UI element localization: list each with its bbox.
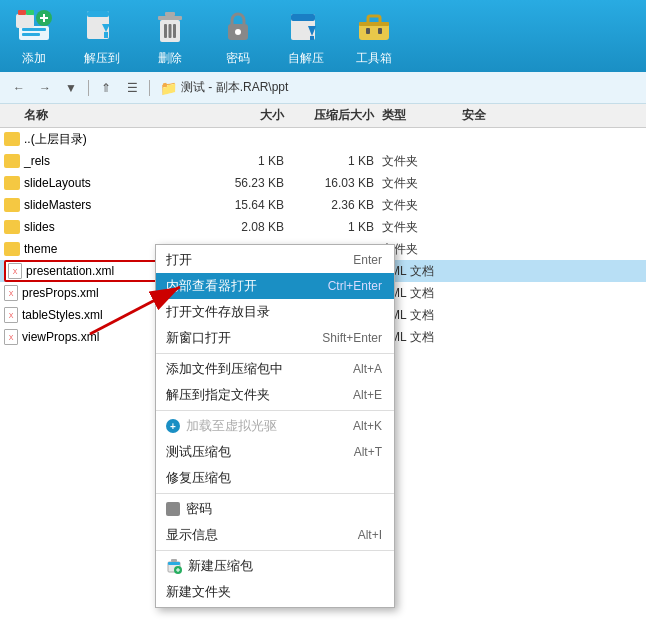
folder-icon bbox=[4, 176, 20, 190]
share-button[interactable]: ⇑ bbox=[95, 77, 117, 99]
svg-rect-15 bbox=[165, 12, 175, 16]
svg-rect-31 bbox=[168, 562, 180, 565]
ctx-extract-shortcut: Alt+E bbox=[353, 388, 382, 402]
svg-rect-14 bbox=[158, 16, 182, 20]
delete-label: 删除 bbox=[158, 50, 182, 67]
extract-icon bbox=[82, 6, 122, 46]
ctx-repair-label: 修复压缩包 bbox=[166, 469, 231, 487]
list-button[interactable]: ☰ bbox=[121, 77, 143, 99]
toolbox-icon bbox=[354, 6, 394, 46]
forward-button[interactable]: → bbox=[34, 77, 56, 99]
file-name: slides bbox=[24, 220, 55, 234]
password-icon bbox=[218, 6, 258, 46]
ctx-internal-viewer-label: 内部查看器打开 bbox=[166, 277, 257, 295]
ctx-new-window[interactable]: 新窗口打开 Shift+Enter bbox=[156, 325, 394, 351]
file-name: slideMasters bbox=[24, 198, 91, 212]
back-button[interactable]: ← bbox=[8, 77, 30, 99]
svg-rect-35 bbox=[178, 568, 179, 572]
file-list: 名称 大小 压缩后大小 类型 安全 ..(上层目录) _rels 1 KB 1 … bbox=[0, 104, 646, 624]
nav-separator bbox=[88, 80, 89, 96]
xml-icon: X bbox=[8, 263, 22, 279]
blue-dot-icon bbox=[166, 419, 180, 433]
xml-icon: X bbox=[4, 329, 18, 345]
ctx-add-to-archive[interactable]: 添加文件到压缩包中 Alt+A bbox=[156, 356, 394, 382]
file-csize: 16.03 KB bbox=[284, 176, 374, 190]
file-name: theme bbox=[24, 242, 57, 256]
ctx-new-archive[interactable]: 新建压缩包 bbox=[156, 553, 394, 579]
add-label: 添加 bbox=[22, 50, 46, 67]
ctx-test-shortcut: Alt+T bbox=[354, 445, 382, 459]
svg-rect-29 bbox=[378, 28, 382, 34]
ctx-new-folder[interactable]: 新建文件夹 bbox=[156, 579, 394, 605]
ctx-sep4 bbox=[156, 550, 394, 551]
ctx-open-dir-label: 打开文件存放目录 bbox=[166, 303, 270, 321]
col-csize-header[interactable]: 压缩后大小 bbox=[284, 107, 374, 124]
svg-point-20 bbox=[235, 29, 241, 35]
toolbar-add-button[interactable]: 添加 bbox=[10, 6, 58, 67]
col-security-header[interactable]: 安全 bbox=[454, 107, 642, 124]
nav-separator2 bbox=[149, 80, 150, 96]
context-menu: 打开 Enter 内部查看器打开 Ctrl+Enter 打开文件存放目录 新窗口… bbox=[155, 244, 395, 608]
svg-rect-28 bbox=[366, 28, 370, 34]
ctx-new-archive-label: 新建压缩包 bbox=[188, 557, 253, 575]
col-size-header[interactable]: 大小 bbox=[204, 107, 284, 124]
svg-rect-18 bbox=[173, 24, 176, 38]
table-row[interactable]: ..(上层目录) bbox=[0, 128, 646, 150]
ctx-mount-shortcut: Alt+K bbox=[353, 419, 382, 433]
svg-rect-22 bbox=[291, 14, 315, 21]
ctx-mount-label: 加载至虚拟光驱 bbox=[186, 417, 277, 435]
file-name: viewProps.xml bbox=[22, 330, 99, 344]
svg-rect-1 bbox=[22, 28, 46, 31]
ctx-password[interactable]: 密码 bbox=[156, 496, 394, 522]
delete-icon bbox=[150, 6, 190, 46]
svg-rect-5 bbox=[26, 10, 34, 15]
folder-icon bbox=[4, 220, 20, 234]
table-row[interactable]: slideLayouts 56.23 KB 16.03 KB 文件夹 bbox=[0, 172, 646, 194]
table-row[interactable]: slideMasters 15.64 KB 2.36 KB 文件夹 bbox=[0, 194, 646, 216]
selfextract-label: 自解压 bbox=[288, 50, 324, 67]
add-icon bbox=[14, 6, 54, 46]
ctx-test-label: 测试压缩包 bbox=[166, 443, 231, 461]
file-size: 15.64 KB bbox=[204, 198, 284, 212]
toolbar-extract-button[interactable]: 解压到 bbox=[78, 6, 126, 67]
toolbar-password-button[interactable]: 密码 bbox=[214, 6, 262, 67]
file-size: 1 KB bbox=[204, 154, 284, 168]
file-name: slideLayouts bbox=[24, 176, 91, 190]
xml-icon: X bbox=[4, 307, 18, 323]
dropdown-button[interactable]: ▼ bbox=[60, 77, 82, 99]
svg-rect-8 bbox=[43, 14, 45, 22]
ctx-info[interactable]: 显示信息 Alt+I bbox=[156, 522, 394, 548]
xml-icon: X bbox=[4, 285, 18, 301]
file-name: tableStyles.xml bbox=[22, 308, 103, 322]
file-type: 文件夹 bbox=[374, 219, 454, 236]
ctx-repair[interactable]: 修复压缩包 bbox=[156, 465, 394, 491]
selfextract-icon bbox=[286, 6, 326, 46]
toolbar-delete-button[interactable]: 删除 bbox=[146, 6, 194, 67]
ctx-test[interactable]: 测试压缩包 Alt+T bbox=[156, 439, 394, 465]
svg-rect-16 bbox=[164, 24, 167, 38]
path-folder-icon: 📁 bbox=[160, 80, 177, 96]
path-text: 测试 - 副本.RAR\ppt bbox=[181, 79, 288, 96]
file-type: 文件夹 bbox=[374, 175, 454, 192]
ctx-internal-viewer[interactable]: 内部查看器打开 Ctrl+Enter bbox=[156, 273, 394, 299]
svg-rect-12 bbox=[104, 32, 108, 38]
file-size: 56.23 KB bbox=[204, 176, 284, 190]
ctx-open[interactable]: 打开 Enter bbox=[156, 247, 394, 273]
ctx-extract-to[interactable]: 解压到指定文件夹 Alt+E bbox=[156, 382, 394, 408]
ctx-internal-shortcut: Ctrl+Enter bbox=[328, 279, 382, 293]
toolbar-toolbox-button[interactable]: 工具箱 bbox=[350, 6, 398, 67]
col-name-header[interactable]: 名称 bbox=[4, 107, 204, 124]
table-row[interactable]: slides 2.08 KB 1 KB 文件夹 bbox=[0, 216, 646, 238]
table-row[interactable]: _rels 1 KB 1 KB 文件夹 bbox=[0, 150, 646, 172]
ctx-new-window-label: 新窗口打开 bbox=[166, 329, 231, 347]
file-csize: 1 KB bbox=[284, 154, 374, 168]
col-type-header[interactable]: 类型 bbox=[374, 107, 454, 124]
path-bar: 📁 测试 - 副本.RAR\ppt bbox=[160, 79, 288, 96]
svg-rect-10 bbox=[87, 11, 109, 17]
ctx-open-dir[interactable]: 打开文件存放目录 bbox=[156, 299, 394, 325]
svg-rect-4 bbox=[18, 10, 26, 15]
file-name: presProps.xml bbox=[22, 286, 99, 300]
svg-rect-17 bbox=[169, 24, 172, 38]
ctx-mount: 加载至虚拟光驱 Alt+K bbox=[156, 413, 394, 439]
toolbar-selfextract-button[interactable]: 自解压 bbox=[282, 6, 330, 67]
